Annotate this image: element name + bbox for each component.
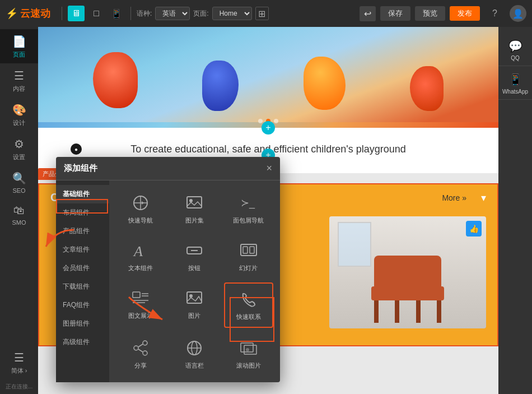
logo: ⚡ 云速动 bbox=[6, 7, 50, 20]
quick-nav-label: 快速导航 bbox=[128, 216, 153, 225]
sidebar-item-content[interactable]: ☰ 内容 bbox=[0, 63, 38, 98]
image-label: 图片 bbox=[188, 312, 200, 320]
modal-sidebar-faq[interactable]: FAQ组件 bbox=[56, 296, 109, 314]
red-arrow-2 bbox=[123, 291, 168, 325]
smo-icon: 🛍 bbox=[13, 204, 25, 217]
component-quick-contact[interactable]: 快速联系 bbox=[224, 282, 273, 328]
lang-select[interactable]: 英语 中文 bbox=[155, 7, 190, 20]
chair-image: 👍 bbox=[329, 216, 486, 328]
component-slideshow[interactable]: 幻灯片 bbox=[224, 235, 273, 278]
svg-rect-4 bbox=[187, 197, 202, 208]
text-label: 文本组件 bbox=[128, 264, 153, 272]
sidebar-item-smo[interactable]: 🛍 SMO bbox=[0, 198, 38, 230]
like-button[interactable]: 👍 bbox=[466, 221, 482, 237]
device-mobile-btn[interactable]: 📱 bbox=[108, 6, 125, 21]
settings-icon: ⚙ bbox=[14, 137, 24, 151]
svg-point-22 bbox=[143, 351, 147, 355]
modal-title: 添加组件 bbox=[64, 163, 97, 174]
device-tablet-btn[interactable]: □ bbox=[88, 6, 105, 21]
language-icon: ☰ bbox=[14, 351, 24, 364]
component-text[interactable]: A 文本组件 bbox=[116, 235, 165, 278]
sidebar-item-seo[interactable]: 🔍 SEO bbox=[0, 166, 38, 198]
component-breadcrumb-nav[interactable]: ≻_ 面包屑导航 bbox=[224, 187, 273, 230]
language-label: 简体 › bbox=[11, 367, 27, 375]
whatsapp-icon: 📱 bbox=[508, 73, 522, 86]
window-decor bbox=[338, 222, 371, 267]
sidebar-item-page[interactable]: 📄 页面 bbox=[0, 29, 38, 63]
device-desktop-btn[interactable]: 🖥 bbox=[68, 6, 85, 21]
component-gallery[interactable]: 图片集 bbox=[170, 187, 219, 230]
hero-toys bbox=[38, 27, 498, 128]
text-icon: A bbox=[132, 240, 150, 261]
undo-button[interactable]: ↩ bbox=[360, 6, 376, 21]
content-icon: ☰ bbox=[14, 69, 24, 82]
category-expand-btn[interactable]: ▾ bbox=[481, 192, 486, 204]
slideshow-label: 幻灯片 bbox=[239, 264, 258, 272]
share-icon bbox=[132, 338, 150, 358]
modal-components-grid: 快速导航 图片集 ≻_ 面包屑导航 A 文本组件 bbox=[109, 180, 280, 382]
page-label: 页面: bbox=[193, 9, 208, 18]
sidebar-item-design[interactable]: 🎨 设计 bbox=[0, 98, 38, 132]
hero-dot-3 bbox=[274, 119, 278, 123]
right-sidebar-qq[interactable]: 💬 QQ bbox=[498, 33, 532, 66]
category-header-right: More » ▾ bbox=[442, 192, 486, 204]
page-icon: 📄 bbox=[12, 35, 26, 48]
breadcrumb-nav-label: 面包屑导航 bbox=[233, 216, 264, 225]
scroll-image-label: 滚动图片 bbox=[236, 361, 261, 370]
modal-body: 基础组件 布局组件 产品组件 文章组件 会员组件 下载组件 FAQ组件 图册组件… bbox=[56, 180, 280, 382]
seo-icon: 🔍 bbox=[12, 171, 26, 185]
share-label: 分享 bbox=[134, 361, 147, 370]
component-share[interactable]: 分享 bbox=[116, 332, 165, 376]
component-image[interactable]: 图片 bbox=[170, 282, 219, 328]
button-label: 按钮 bbox=[188, 264, 200, 272]
add-section-btn-1[interactable]: + bbox=[262, 121, 275, 135]
modal-sidebar-download[interactable]: 下载组件 bbox=[56, 277, 109, 296]
modal-sidebar-basic[interactable]: 基础组件 bbox=[56, 185, 109, 203]
page-select[interactable]: Home bbox=[212, 7, 252, 20]
more-link[interactable]: More » bbox=[442, 193, 472, 202]
sidebar-item-settings[interactable]: ⚙ 设置 bbox=[0, 132, 38, 166]
toolbar: ⚡ 云速动 🖥 □ 📱 语种: 英语 中文 页面: Home ⊞ ↩ 保存 预览… bbox=[0, 0, 532, 27]
component-language[interactable]: 语言栏 bbox=[170, 332, 219, 376]
help-button[interactable]: ? bbox=[484, 6, 505, 21]
component-quick-nav[interactable]: 快速导航 bbox=[116, 187, 165, 230]
chair-leg-3 bbox=[416, 300, 421, 323]
component-button[interactable]: 按钮 bbox=[170, 235, 219, 278]
publish-button[interactable]: 发布 bbox=[450, 6, 480, 21]
avatar-button[interactable]: 👤 bbox=[510, 5, 526, 22]
scroll-image-icon bbox=[240, 338, 258, 358]
toolbar-sep-1 bbox=[62, 7, 62, 20]
right-sidebar-whatsapp[interactable]: 📱 WhatsApp bbox=[498, 66, 532, 100]
component-scroll-image[interactable]: 滚动图片 bbox=[224, 332, 273, 376]
quick-contact-icon bbox=[240, 289, 258, 309]
modal-sidebar-member[interactable]: 会员组件 bbox=[56, 259, 109, 277]
hero-dot-1 bbox=[258, 119, 263, 123]
qq-label: QQ bbox=[511, 55, 520, 61]
modal-sidebar-layout[interactable]: 布局组件 bbox=[56, 203, 109, 222]
language-bar-icon bbox=[185, 338, 203, 358]
image-icon bbox=[185, 288, 203, 308]
bullet-marker: ● bbox=[71, 143, 82, 155]
qq-icon: 💬 bbox=[508, 39, 522, 53]
save-button[interactable]: 保存 bbox=[380, 6, 410, 21]
modal-sidebar-advanced[interactable]: 高级组件 bbox=[56, 333, 109, 351]
grid-icon[interactable]: ⊞ bbox=[255, 7, 269, 20]
hero-section bbox=[38, 27, 498, 128]
modal-sidebar: 基础组件 布局组件 产品组件 文章组件 会员组件 下载组件 FAQ组件 图册组件… bbox=[56, 180, 109, 382]
left-sidebar: 📄 页面 ☰ 内容 🎨 设计 ⚙ 设置 🔍 SEO 🛍 SMO ☰ 简体 › bbox=[0, 27, 38, 394]
design-icon: 🎨 bbox=[12, 103, 26, 117]
svg-line-24 bbox=[138, 349, 143, 352]
preview-button[interactable]: 预览 bbox=[415, 6, 445, 21]
gallery-label: 图片集 bbox=[185, 216, 204, 225]
chair-legs bbox=[374, 300, 441, 323]
modal-close-btn[interactable]: × bbox=[266, 163, 272, 174]
chair-leg-4 bbox=[437, 300, 441, 323]
svg-point-20 bbox=[143, 341, 147, 345]
sidebar-item-language[interactable]: ☰ 简体 › bbox=[0, 345, 38, 379]
chair-leg-2 bbox=[395, 300, 399, 323]
slideshow-icon bbox=[240, 240, 258, 261]
modal-sidebar-album[interactable]: 图册组件 bbox=[56, 314, 109, 333]
sidebar-bottom: ☰ 简体 › 正在连接... bbox=[0, 345, 38, 394]
quick-nav-icon bbox=[132, 193, 150, 213]
lang-label: 语种: bbox=[137, 9, 152, 18]
